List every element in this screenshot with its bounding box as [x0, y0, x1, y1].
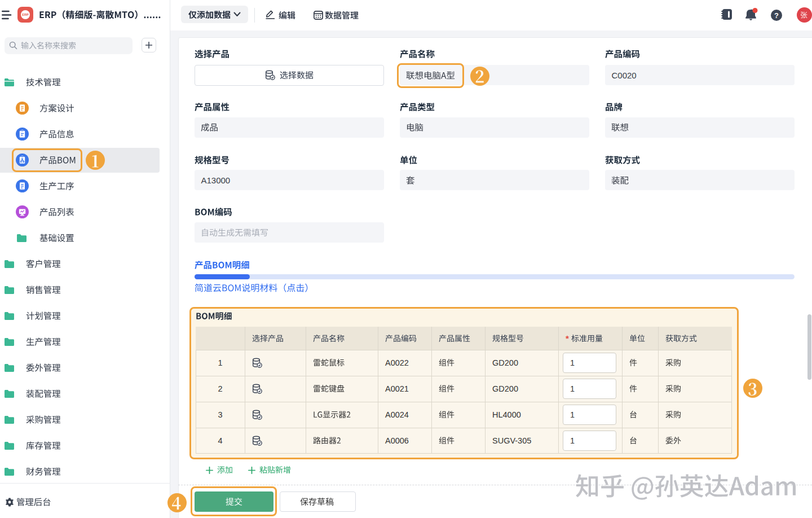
svg-text:?: ?	[774, 11, 779, 20]
